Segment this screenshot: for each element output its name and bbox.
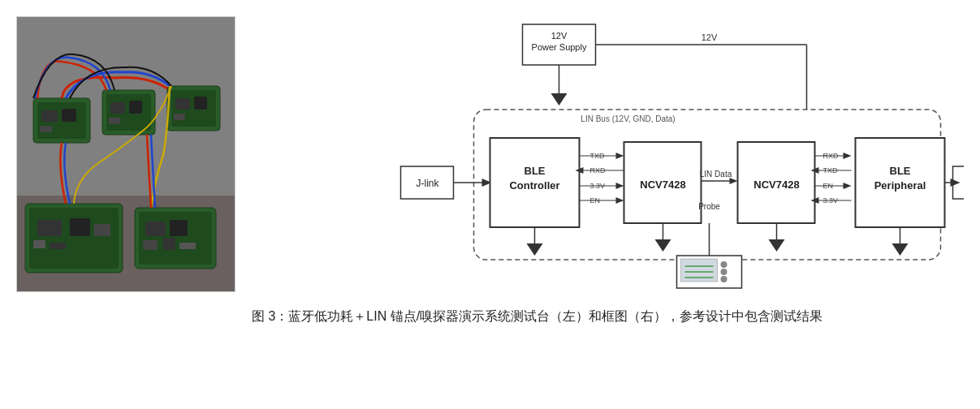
svg-marker-55 xyxy=(616,183,624,189)
svg-marker-58 xyxy=(616,197,624,204)
diagram-section: 12V Power Supply 12V LIN Bus (12V, GND, … xyxy=(252,16,964,326)
svg-marker-78 xyxy=(844,153,852,159)
svg-rect-23 xyxy=(110,102,125,114)
svg-marker-37 xyxy=(551,93,568,105)
svg-rect-25 xyxy=(109,118,120,124)
photo-section xyxy=(16,16,235,292)
diagram-container: 12V Power Supply 12V LIN Bus (12V, GND, … xyxy=(252,16,964,292)
svg-text:LIN Bus (12V, GND, Data): LIN Bus (12V, GND, Data) xyxy=(581,114,675,123)
svg-rect-3 xyxy=(29,208,119,269)
svg-rect-7 xyxy=(33,240,45,248)
svg-text:Power Supply: Power Supply xyxy=(532,42,587,52)
svg-text:LIN Data: LIN Data xyxy=(700,170,732,179)
svg-text:12V: 12V xyxy=(551,31,568,41)
svg-marker-63 xyxy=(730,178,738,184)
photo-svg xyxy=(17,17,235,292)
svg-marker-101 xyxy=(769,239,785,252)
svg-marker-97 xyxy=(527,243,543,256)
svg-rect-14 xyxy=(163,238,175,250)
svg-text:12V: 12V xyxy=(702,32,718,42)
svg-marker-49 xyxy=(616,153,624,159)
svg-rect-28 xyxy=(175,98,190,110)
svg-rect-15 xyxy=(179,243,196,249)
content-area: 12V Power Supply 12V LIN Bus (12V, GND, … xyxy=(16,16,964,393)
svg-rect-20 xyxy=(40,126,52,132)
svg-rect-19 xyxy=(62,109,76,122)
svg-rect-29 xyxy=(194,97,207,110)
diagram-svg: 12V Power Supply 12V LIN Bus (12V, GND, … xyxy=(252,16,964,292)
svg-point-69 xyxy=(721,269,727,275)
svg-text:Controller: Controller xyxy=(509,179,559,192)
svg-rect-12 xyxy=(170,220,188,236)
svg-rect-11 xyxy=(145,222,166,236)
svg-text:Peripheral: Peripheral xyxy=(874,179,926,192)
svg-rect-18 xyxy=(41,110,58,122)
svg-marker-103 xyxy=(892,243,909,256)
svg-rect-10 xyxy=(139,212,212,265)
caption: 图 3：蓝牙低功耗＋LIN 锚点/嗅探器演示系统测试台（左）和框图（右），参考设… xyxy=(252,307,964,326)
svg-text:NCV7428: NCV7428 xyxy=(640,179,685,191)
svg-marker-99 xyxy=(655,239,671,252)
svg-rect-67 xyxy=(681,259,718,282)
svg-text:Probe: Probe xyxy=(698,202,720,211)
svg-rect-5 xyxy=(70,218,90,236)
svg-marker-84 xyxy=(844,183,852,189)
svg-rect-6 xyxy=(94,224,110,236)
svg-text:BLE: BLE xyxy=(525,165,546,177)
svg-rect-24 xyxy=(129,101,142,114)
svg-rect-30 xyxy=(174,114,185,120)
svg-rect-8 xyxy=(50,243,66,249)
svg-text:BLE: BLE xyxy=(890,165,911,177)
svg-text:J-link: J-link xyxy=(416,178,439,189)
svg-point-70 xyxy=(721,276,727,282)
svg-rect-4 xyxy=(37,220,62,236)
svg-point-68 xyxy=(721,261,727,268)
svg-text:NCV7428: NCV7428 xyxy=(753,179,799,191)
svg-rect-13 xyxy=(143,240,158,250)
